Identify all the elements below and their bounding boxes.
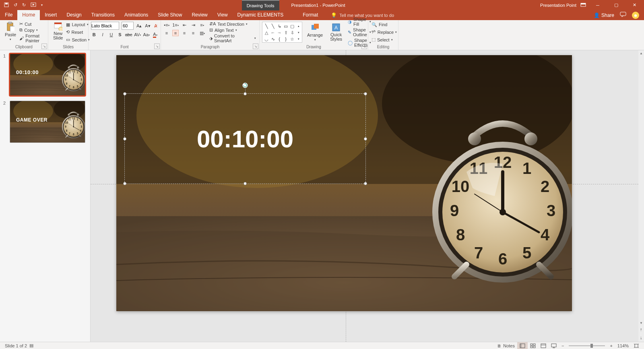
- normal-view-button[interactable]: [517, 342, 528, 349]
- text-direction-button[interactable]: ⇵AText Direction▾: [208, 21, 257, 27]
- shape-gallery-more-down-icon[interactable]: ▾: [295, 29, 302, 36]
- slide-thumbnail-1[interactable]: 00:10:00: [10, 54, 85, 96]
- prev-slide-icon[interactable]: ⭱: [640, 328, 643, 332]
- shape-roundrect-icon[interactable]: ▢: [289, 23, 295, 29]
- bullets-button[interactable]: •≡▾: [163, 22, 170, 28]
- slide-sorter-view-button[interactable]: [528, 342, 538, 349]
- paste-button[interactable]: Paste ▾: [2, 21, 19, 43]
- shape-line-icon[interactable]: ╲: [263, 23, 270, 29]
- layout-button[interactable]: ▦Layout▾: [65, 22, 91, 28]
- shape-gallery-more-up-icon[interactable]: ▴: [295, 23, 302, 29]
- shape-brace-l-icon[interactable]: {: [276, 36, 283, 42]
- format-painter-button[interactable]: 🖌Format Painter: [19, 33, 45, 43]
- zoom-slider-thumb[interactable]: [590, 344, 593, 348]
- copy-button[interactable]: ⧉Copy▾: [19, 27, 45, 33]
- align-left-button[interactable]: ≡: [163, 30, 170, 36]
- scroll-up-icon[interactable]: ▲: [638, 50, 644, 56]
- tab-design[interactable]: Design: [62, 10, 86, 20]
- reading-view-button[interactable]: [538, 342, 549, 349]
- slide-editor[interactable]: 00:10:00 ▲ ▼ ⭱ ⭳: [91, 50, 644, 342]
- shape-arrow-d-icon[interactable]: ⇩: [289, 29, 295, 36]
- redo-icon[interactable]: ↻: [22, 2, 26, 8]
- start-from-beginning-icon[interactable]: [31, 2, 36, 8]
- bold-button[interactable]: B: [91, 31, 97, 38]
- notes-toggle[interactable]: 🗎Notes: [495, 343, 517, 348]
- replace-button[interactable]: ᵃ⁄ᵇReplace▾: [371, 29, 396, 35]
- tab-view[interactable]: View: [213, 10, 233, 20]
- align-right-button[interactable]: ≡: [181, 30, 188, 36]
- clear-formatting-icon[interactable]: A̷: [153, 23, 158, 29]
- font-dialog-launcher[interactable]: ↘: [154, 43, 160, 49]
- drawing-dialog-launcher[interactable]: ↘: [361, 43, 367, 49]
- account-smiley-icon[interactable]: ☻: [632, 12, 639, 19]
- slideshow-view-button[interactable]: [549, 342, 559, 349]
- tab-review[interactable]: Review: [187, 10, 212, 20]
- save-icon[interactable]: [4, 2, 9, 8]
- shape-line2-icon[interactable]: ╲: [270, 23, 276, 29]
- maximize-button[interactable]: ▢: [607, 0, 625, 10]
- font-name-combo[interactable]: [91, 22, 119, 30]
- undo-icon[interactable]: ↺: [14, 2, 17, 8]
- slide-thumbnail-panel[interactable]: 1 00:10:00 2 GAME OVER: [0, 50, 91, 342]
- convert-smartart-button[interactable]: ⬗Convert to SmartArt▾: [208, 33, 257, 43]
- select-button[interactable]: ⬚Select▾: [371, 37, 396, 43]
- reset-button[interactable]: ⟲Reset: [65, 29, 91, 35]
- tab-animations[interactable]: Animations: [120, 10, 153, 20]
- vertical-scrollbar[interactable]: ▲ ▼: [638, 50, 644, 326]
- shape-brace-r-icon[interactable]: }: [283, 36, 289, 42]
- qat-customize-icon[interactable]: ▾: [41, 3, 43, 7]
- cut-button[interactable]: ✂Cut: [19, 21, 45, 27]
- clipboard-dialog-launcher[interactable]: ↘: [41, 43, 47, 49]
- change-case-button[interactable]: Aa▾: [143, 31, 150, 38]
- slide-canvas[interactable]: 00:10:00: [116, 55, 572, 311]
- quick-styles-button[interactable]: A Quick Styles: [328, 22, 345, 42]
- new-slide-button[interactable]: New Slide: [51, 21, 65, 43]
- tab-file[interactable]: File: [0, 10, 17, 20]
- tab-insert[interactable]: Insert: [40, 10, 62, 20]
- numbering-button[interactable]: 1≡▾: [172, 22, 179, 28]
- align-text-button[interactable]: ⊟Align Text▾: [208, 27, 257, 33]
- underline-button[interactable]: U: [108, 31, 114, 38]
- shape-triangle-icon[interactable]: △: [263, 29, 270, 36]
- justify-button[interactable]: ≡: [190, 30, 196, 36]
- tab-slideshow[interactable]: Slide Show: [153, 10, 187, 20]
- resize-handle-w[interactable]: [123, 137, 126, 140]
- shape-star-icon[interactable]: ☆: [289, 36, 295, 42]
- strikethrough-button[interactable]: abc: [126, 31, 132, 38]
- shape-gallery-expand-icon[interactable]: ▾: [295, 36, 302, 42]
- paragraph-dialog-launcher[interactable]: ↘: [253, 43, 258, 49]
- shape-arrow-l-icon[interactable]: ←: [270, 29, 276, 36]
- font-color-button[interactable]: A▾: [152, 31, 158, 38]
- italic-button[interactable]: I: [99, 31, 105, 38]
- resize-handle-nw[interactable]: [123, 92, 126, 95]
- tab-transitions[interactable]: Transitions: [87, 10, 120, 20]
- resize-handle-ne[interactable]: [364, 92, 367, 95]
- selected-textbox[interactable]: 00:10:00: [124, 93, 366, 184]
- spellcheck-status-icon[interactable]: ▤: [29, 343, 33, 348]
- shapes-gallery[interactable]: ╲ ╲ ↳ ▭ ▢ ▴ △ ← → ⇧ ⇩ ▾ ◡ ∿ { } ☆ ▾: [262, 22, 302, 43]
- resize-handle-s[interactable]: [244, 182, 247, 185]
- zoom-percent-label[interactable]: 114%: [615, 343, 631, 348]
- zoom-slider[interactable]: [569, 345, 605, 346]
- tab-format[interactable]: Format: [298, 10, 323, 20]
- arrange-button[interactable]: Arrange▾: [305, 22, 325, 42]
- shape-arc-icon[interactable]: ◡: [263, 36, 270, 42]
- find-button[interactable]: 🔍Find: [371, 22, 396, 28]
- shape-connector-icon[interactable]: ↳: [276, 23, 283, 29]
- line-spacing-button[interactable]: ≡▾: [199, 22, 205, 28]
- comments-icon[interactable]: [620, 12, 626, 19]
- font-size-combo[interactable]: [122, 22, 134, 30]
- resize-handle-e[interactable]: [364, 137, 367, 140]
- resize-handle-n[interactable]: [244, 92, 247, 95]
- countdown-text[interactable]: 00:10:00: [197, 125, 293, 153]
- rotate-handle[interactable]: [242, 83, 248, 88]
- scroll-down-icon[interactable]: ▼: [638, 320, 644, 326]
- increase-font-icon[interactable]: A▴: [136, 23, 142, 29]
- zoom-in-button[interactable]: +: [607, 343, 615, 348]
- columns-button[interactable]: ▥▾: [199, 30, 205, 36]
- text-shadow-button[interactable]: S: [117, 31, 123, 38]
- align-center-button[interactable]: ≡: [172, 30, 179, 36]
- zoom-out-button[interactable]: −: [559, 343, 566, 348]
- close-button[interactable]: ✕: [625, 0, 644, 10]
- decrease-indent-button[interactable]: ⇤: [181, 22, 188, 28]
